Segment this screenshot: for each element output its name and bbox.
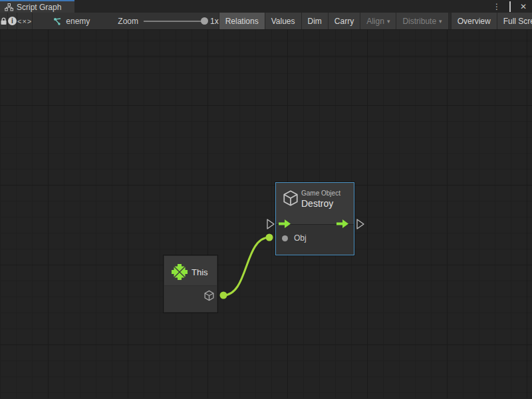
tab-script-graph[interactable]: Script Graph: [0, 0, 74, 13]
game-object-output-port[interactable]: [203, 290, 215, 301]
wire-start-dot: [220, 292, 227, 299]
lock-icon: [0, 17, 7, 25]
node-destroy[interactable]: Game Object Destroy Obj: [275, 182, 354, 255]
toolbar-button-overview[interactable]: Overview: [451, 13, 497, 29]
zoom-label: Zoom: [118, 17, 138, 26]
toolbar-button-carry[interactable]: Carry: [328, 13, 360, 29]
toolbar-button-group: Relations Values Dim Carry Align ▾ Distr…: [219, 13, 532, 29]
graph-toolbar: i <×> enemy Zoom 1x Relations Values: [0, 13, 532, 30]
toolbar-button-values[interactable]: Values: [265, 13, 301, 29]
toolbar-button-dim[interactable]: Dim: [301, 13, 328, 29]
node-title: This: [192, 267, 208, 277]
graph-canvas[interactable]: This Game Object Destroy: [0, 30, 532, 398]
chevron-down-icon: ▾: [439, 18, 442, 25]
script-graph-window: Script Graph ⋮ ✕ i <×> enemy: [0, 0, 532, 399]
close-icon[interactable]: ✕: [519, 3, 528, 11]
toolbar-button-distribute[interactable]: Distribute ▾: [396, 13, 448, 29]
info-icon: i: [8, 17, 17, 25]
graph-breadcrumb[interactable]: enemy: [53, 13, 90, 29]
zoom-slider-knob[interactable]: [201, 17, 208, 25]
node-this[interactable]: This: [164, 255, 217, 313]
graph-name: enemy: [66, 17, 90, 26]
connection-layer: [0, 30, 532, 398]
chevron-down-icon: ▾: [387, 18, 390, 25]
maximize-icon[interactable]: [505, 3, 515, 11]
zoom-control: Zoom 1x: [118, 13, 218, 29]
flow-out-triangle-icon: [357, 219, 364, 229]
angle-x-icon: <×>: [17, 17, 32, 25]
lock-button[interactable]: [0, 13, 8, 29]
title-bar: Script Graph ⋮ ✕: [0, 0, 532, 13]
node-title: Destroy: [301, 198, 333, 209]
this-arrows-icon: [172, 264, 188, 280]
toolbar-button-fullscreen[interactable]: Full Screen: [497, 13, 532, 29]
flow-output-port[interactable]: [336, 219, 348, 228]
value-port-dot-icon[interactable]: [282, 235, 288, 241]
wire-end-dot: [266, 234, 273, 241]
zoom-value: 1x: [210, 17, 219, 26]
connection-wire: [223, 237, 269, 295]
info-button[interactable]: i: [8, 13, 17, 29]
input-port-label: Obj: [294, 233, 307, 243]
toolbar-button-align[interactable]: Align ▾: [360, 13, 396, 29]
tab-title: Script Graph: [17, 3, 61, 12]
kebab-menu-icon[interactable]: ⋮: [492, 3, 501, 11]
flow-in-triangle-icon: [267, 219, 274, 229]
input-port-row[interactable]: Obj: [282, 233, 307, 243]
window-controls: ⋮ ✕: [492, 0, 532, 13]
flow-input-port[interactable]: [279, 219, 291, 228]
zoom-slider[interactable]: [144, 21, 205, 22]
toolbar-button-relations[interactable]: Relations: [219, 13, 265, 29]
graph-tab-icon: [5, 3, 13, 11]
game-object-cube-icon: [282, 190, 299, 207]
inspect-toggle-button[interactable]: <×>: [17, 13, 33, 29]
node-subtitle: Game Object: [301, 190, 340, 197]
graph-icon: [53, 17, 62, 26]
